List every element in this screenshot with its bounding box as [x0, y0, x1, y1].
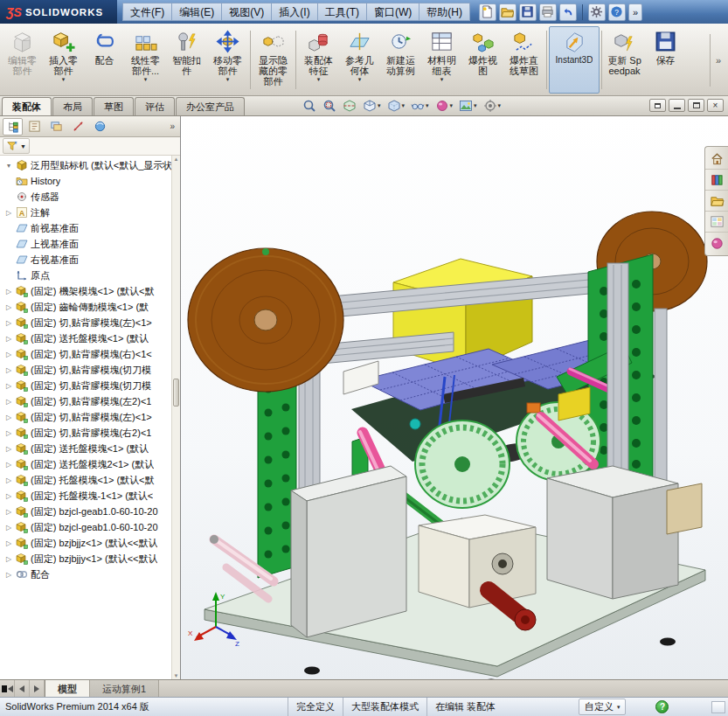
toolbar-overflow-chevron[interactable]: »: [628, 3, 642, 21]
tab-4[interactable]: 办公室产品: [176, 97, 245, 115]
expand-arrow-icon[interactable]: ▷: [4, 476, 13, 484]
menu-view[interactable]: 视图(V): [221, 3, 271, 21]
prev-sheet-button[interactable]: [15, 680, 30, 697]
expand-arrow-icon[interactable]: ▷: [4, 303, 13, 311]
next-sheet-button[interactable]: [30, 680, 45, 697]
tree-item-22[interactable]: ▷(固定) bzjcl-geab1.0-60-10-20: [0, 519, 171, 535]
new-document-button[interactable]: [479, 3, 496, 21]
dimxpertmanager-tab[interactable]: [68, 118, 88, 136]
insert-component-button[interactable]: 插入零部件▾: [43, 26, 84, 94]
expand-arrow-icon[interactable]: ▷: [4, 351, 13, 358]
save-button[interactable]: [519, 3, 537, 21]
open-folder-button[interactable]: [499, 3, 517, 21]
design-library-tab[interactable]: [705, 170, 728, 191]
view-settings-button[interactable]: ▾: [481, 97, 504, 114]
configurationmanager-tab[interactable]: [46, 118, 66, 136]
tree-item-25[interactable]: ▷配合: [0, 567, 171, 582]
zoom-area-button[interactable]: [320, 97, 339, 114]
menu-window[interactable]: 窗口(W): [366, 3, 419, 21]
tree-item-5[interactable]: 右视基准面: [0, 252, 171, 268]
tree-item-18[interactable]: ▷(固定) 送托盤模塊2<1> (默认: [0, 456, 171, 472]
expand-arrow-icon[interactable]: ▷: [4, 429, 13, 437]
ribbon-overflow-chevron[interactable]: »: [710, 34, 726, 87]
tree-item-24[interactable]: ▷(固定) bzjbjjy<1> (默认<<默认: [0, 551, 171, 567]
tree-item-2[interactable]: ▷A注解: [0, 205, 171, 220]
print-button[interactable]: [539, 3, 557, 21]
featuremanager-tab[interactable]: [3, 118, 23, 136]
tree-item-16[interactable]: ▷(固定) 切,贴背膠模塊(右2)<1: [0, 425, 171, 441]
zoom-fit-button[interactable]: [300, 97, 319, 114]
assembly-feature-button[interactable]: 装配体特征▾: [298, 26, 339, 94]
edit-appearance-button[interactable]: ▾: [433, 97, 456, 114]
motion-study-button[interactable]: 新建运动算例: [380, 26, 421, 94]
speedpak-button[interactable]: 更新 Speedpak: [604, 26, 645, 94]
view-palette-tab[interactable]: [705, 212, 728, 233]
expand-arrow-icon[interactable]: ▷: [4, 398, 13, 406]
save-large-button[interactable]: 保存: [645, 26, 686, 94]
expand-arrow-icon[interactable]: ▷: [4, 382, 13, 390]
viewport-3d[interactable]: Y X Z: [181, 116, 728, 679]
linear-pattern-button[interactable]: 线性零部件...▾: [125, 26, 166, 94]
help-button[interactable]: ?: [608, 3, 626, 21]
bom-button[interactable]: 材料明细表▾: [421, 26, 462, 94]
mate-button[interactable]: 配合: [84, 26, 125, 94]
expand-arrow-icon[interactable]: ▷: [4, 461, 13, 469]
undo-button[interactable]: [559, 3, 577, 21]
menu-tools[interactable]: 工具(T): [317, 3, 366, 21]
tree-item-19[interactable]: ▷(固定) 托盤模塊<1> (默认<默: [0, 472, 171, 488]
tree-item-1[interactable]: 传感器: [0, 189, 171, 205]
filter-button[interactable]: ▼: [3, 138, 30, 154]
scrollbar-thumb[interactable]: [173, 379, 179, 407]
expand-arrow-icon[interactable]: ▷: [4, 288, 13, 295]
tree-item-9[interactable]: ▷(固定) 切,贴背膠模塊(左)<1>: [0, 315, 171, 330]
tree-item-10[interactable]: ▷(固定) 送托盤模塊<1> (默认: [0, 330, 171, 346]
tree-item-14[interactable]: ▷(固定) 切,贴背膠模塊(左2)<1: [0, 393, 171, 409]
tree-item-15[interactable]: ▷(固定) 切,贴背膠模塊(左)<1>: [0, 409, 171, 425]
expand-arrow-icon[interactable]: ▷: [4, 319, 13, 327]
display-style-button[interactable]: ▾: [385, 97, 408, 114]
menu-edit[interactable]: 编辑(E): [171, 3, 221, 21]
panel-tabs-overflow[interactable]: »: [167, 122, 177, 131]
tree-item-23[interactable]: ▷(固定) bzjbjjz<1> (默认<<默认: [0, 535, 171, 551]
expand-arrow-icon[interactable]: ▷: [4, 414, 13, 421]
tree-item-3[interactable]: 前视基准面: [0, 220, 171, 236]
maximize-button[interactable]: [688, 99, 704, 112]
tree-scrollbar[interactable]: ▲ ▼: [171, 156, 180, 679]
tree-item-13[interactable]: ▷(固定) 切,贴背膠模塊(切刀模: [0, 378, 171, 393]
displaymanager-tab[interactable]: [90, 118, 110, 136]
tab-1[interactable]: 布局: [52, 97, 93, 115]
tree-item-0[interactable]: History: [0, 173, 171, 189]
expand-arrow-icon[interactable]: ▷: [4, 335, 13, 343]
propertymanager-tab[interactable]: [24, 118, 45, 136]
show-hidden-button[interactable]: 显示隐藏的零部件: [253, 26, 294, 94]
file-explorer-tab[interactable]: [705, 191, 728, 212]
exploded-view-button[interactable]: 爆炸视图: [462, 26, 503, 94]
close-button[interactable]: ×: [707, 99, 724, 112]
hide-show-items-button[interactable]: ▾: [408, 97, 432, 114]
document-tab-0[interactable]: 模型: [45, 680, 90, 697]
expand-arrow-icon[interactable]: ▷: [4, 445, 13, 453]
restore-down-button[interactable]: [649, 99, 666, 112]
scroll-down-icon[interactable]: ▼: [172, 673, 180, 678]
expand-arrow-icon[interactable]: ▷: [4, 209, 13, 217]
first-sheet-button[interactable]: [0, 680, 15, 697]
expand-arrow-icon[interactable]: ▷: [4, 539, 13, 547]
tree-item-8[interactable]: ▷(固定) 齒輪傳動模塊<1> (默: [0, 299, 171, 315]
home-tab[interactable]: [705, 149, 728, 170]
explode-sketch-button[interactable]: 爆炸直线草图: [503, 26, 544, 94]
tree-item-17[interactable]: ▷(固定) 送托盤模塊<1> (默认: [0, 441, 171, 456]
document-tab-1[interactable]: 运动算例1: [90, 680, 159, 697]
options-gear-button[interactable]: [588, 3, 606, 21]
expand-arrow-icon[interactable]: ▾: [4, 162, 13, 170]
expand-arrow-icon[interactable]: ▷: [4, 555, 13, 563]
view-orientation-button[interactable]: ▾: [360, 97, 384, 114]
smart-fastener-button[interactable]: 智能扣件: [166, 26, 207, 94]
minimize-button[interactable]: [669, 99, 685, 112]
expand-arrow-icon[interactable]: ▷: [4, 571, 13, 579]
expand-arrow-icon[interactable]: ▷: [4, 524, 13, 532]
tree-item-12[interactable]: ▷(固定) 切,贴背膠模塊(切刀模: [0, 362, 171, 378]
reference-geometry-button[interactable]: 参考几何体▾: [339, 26, 380, 94]
tree-item-6[interactable]: 原点: [0, 268, 171, 283]
tree-item-20[interactable]: ▷(固定) 托盤模塊-1<1> (默认<: [0, 488, 171, 504]
tab-3[interactable]: 评估: [135, 97, 175, 115]
